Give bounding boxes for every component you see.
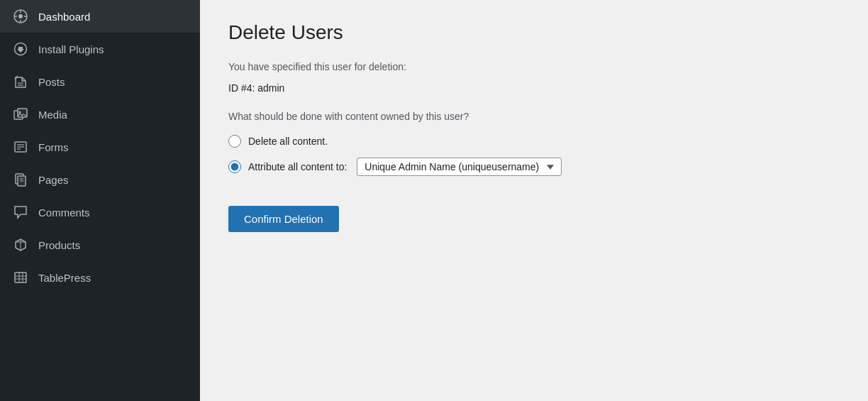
sidebar-item-dashboard[interactable]: Dashboard [0,0,200,33]
sidebar-item-media-label: Media [38,109,67,121]
delete-all-radio[interactable] [228,135,241,148]
confirm-deletion-button[interactable]: Confirm Deletion [228,206,339,232]
user-id-text: ID #4: admin [228,82,840,94]
pages-icon [13,172,28,187]
svg-rect-23 [15,273,26,282]
subtitle-text: You have specified this user for deletio… [228,61,840,72]
sidebar-item-tablepress[interactable]: TablePress [0,261,200,294]
svg-point-1 [18,14,23,18]
media-icon [13,106,28,122]
sidebar-item-media[interactable]: Media [0,98,200,131]
option-attribute-row: Attribute all content to: Unique Admin N… [228,158,840,176]
sidebar-item-pages[interactable]: Pages [0,163,200,196]
sidebar-item-posts[interactable]: Posts [0,65,200,98]
attribute-to-label[interactable]: Attribute all content to: [248,161,347,172]
forms-icon [13,139,28,155]
page-title: Delete Users [228,21,840,44]
posts-icon [13,74,28,89]
sidebar-item-tablepress-label: TablePress [38,272,91,284]
sidebar: Dashboard Install Plugins Posts [0,0,200,401]
sidebar-item-pages-label: Pages [38,174,69,186]
comments-icon [13,204,28,220]
products-icon [13,237,28,253]
sidebar-item-forms[interactable]: Forms [0,131,200,163]
sidebar-item-comments[interactable]: Comments [0,196,200,229]
sidebar-item-products-label: Products [38,239,80,251]
delete-all-label[interactable]: Delete all content. [248,136,328,147]
main-content: Delete Users You have specified this use… [200,0,868,401]
dashboard-icon [13,9,28,24]
sidebar-item-install-plugins[interactable]: Install Plugins [0,33,200,65]
sidebar-item-products[interactable]: Products [0,229,200,261]
delete-users-card: You have specified this user for deletio… [228,61,840,232]
sidebar-item-dashboard-label: Dashboard [38,11,90,23]
svg-point-12 [19,111,21,114]
option-delete-row: Delete all content. [228,135,840,148]
tablepress-icon [13,270,28,285]
attribute-to-radio[interactable] [228,160,241,173]
install-plugins-icon [13,41,28,57]
question-text: What should be done with content owned b… [228,111,840,122]
sidebar-item-posts-label: Posts [38,76,65,88]
sidebar-item-install-plugins-label: Install Plugins [38,43,104,55]
sidebar-item-comments-label: Comments [38,207,90,219]
attribute-to-select[interactable]: Unique Admin Name (uniqueusername) [357,158,562,176]
sidebar-item-forms-label: Forms [38,141,69,153]
